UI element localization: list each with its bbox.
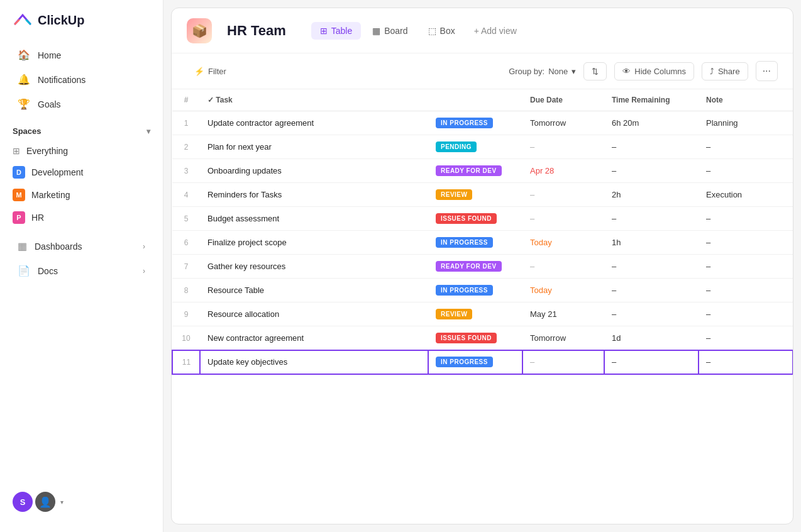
col-num: #: [172, 89, 200, 111]
row-task-name[interactable]: Finalize project scope: [200, 231, 428, 255]
table-row[interactable]: 9 Resource allocation REVIEW May 21 – –: [172, 302, 793, 326]
table-body: 1 Update contractor agreement IN PROGRES…: [172, 111, 793, 374]
row-time-remaining: –: [604, 350, 699, 374]
tab-box-label: Box: [440, 26, 455, 36]
col-note[interactable]: Note: [699, 89, 793, 111]
filter-icon: ⚡: [194, 67, 204, 76]
row-num: 10: [172, 326, 200, 350]
row-task-name[interactable]: Onboarding updates: [200, 159, 428, 183]
table-row[interactable]: 3 Onboarding updates READY FOR DEV Apr 2…: [172, 159, 793, 183]
row-time-remaining: 1d: [604, 326, 699, 350]
row-task-name[interactable]: Update contractor agreement: [200, 111, 428, 135]
status-badge: READY FOR DEV: [436, 165, 502, 176]
table-row[interactable]: 1 Update contractor agreement IN PROGRES…: [172, 111, 793, 135]
share-button[interactable]: ⤴ Share: [702, 62, 748, 80]
col-time-remaining[interactable]: Time Remaining: [604, 89, 699, 111]
col-due-date[interactable]: Due Date: [522, 89, 604, 111]
tab-table-label: Table: [331, 26, 352, 36]
row-note: –: [699, 326, 793, 350]
table-row[interactable]: 2 Plan for next year PENDING – – –: [172, 135, 793, 159]
sidebar-item-marketing[interactable]: M Marketing: [0, 184, 163, 206]
sort-button[interactable]: ⇅: [583, 62, 607, 80]
sidebar-item-notifications[interactable]: 🔔 Notifications: [5, 67, 158, 92]
table-row[interactable]: 10 New contractor agreement ISSUES FOUND…: [172, 326, 793, 350]
row-status: ISSUES FOUND: [428, 326, 522, 350]
row-due-date: –: [522, 183, 604, 207]
row-status: REVIEW: [428, 183, 522, 207]
board-tab-icon: ▦: [372, 26, 380, 36]
grid-icon: ⊞: [13, 146, 20, 156]
col-status: [428, 89, 522, 111]
row-due-date: May 21: [522, 302, 604, 326]
status-badge: ISSUES FOUND: [436, 213, 497, 224]
project-icon: 📦: [187, 18, 212, 43]
row-task-name[interactable]: Resource Table: [200, 279, 428, 302]
dashboards-chevron-icon: ›: [143, 242, 145, 251]
row-status: IN PROGRESS: [428, 111, 522, 135]
spaces-section-header[interactable]: Spaces ▾: [0, 116, 163, 141]
table-row[interactable]: 6 Finalize project scope IN PROGRESS Tod…: [172, 231, 793, 255]
row-status: IN PROGRESS: [428, 350, 522, 374]
sidebar: ClickUp 🏠 Home 🔔 Notifications 🏆 Goals S…: [0, 0, 163, 532]
sidebar-item-dashboards[interactable]: ▦ Dashboards ›: [5, 234, 158, 258]
eye-icon: 👁: [622, 67, 631, 76]
row-task-name[interactable]: Update key objectives: [200, 350, 428, 374]
row-task-name[interactable]: Gather key resources: [200, 255, 428, 279]
table-row[interactable]: 8 Resource Table IN PROGRESS Today – –: [172, 279, 793, 302]
marketing-label: Marketing: [31, 190, 70, 200]
row-num: 8: [172, 279, 200, 302]
sidebar-item-home-label: Home: [38, 50, 61, 60]
view-tabs: ⊞ Table ▦ Board ⬚ Box + Add view: [311, 22, 524, 40]
user-avatar-photo: 👤: [35, 492, 55, 512]
sidebar-item-everything[interactable]: ⊞ Everything: [0, 141, 163, 161]
row-num: 5: [172, 207, 200, 231]
row-task-name[interactable]: Reminders for Tasks: [200, 183, 428, 207]
row-due-date: –: [522, 255, 604, 279]
row-task-name[interactable]: New contractor agreement: [200, 326, 428, 350]
main-header: 📦 HR Team ⊞ Table ▦ Board ⬚ Box + Add vi…: [172, 8, 793, 53]
tab-board-label: Board: [384, 26, 407, 36]
hide-columns-button[interactable]: 👁 Hide Columns: [614, 62, 694, 80]
dashboards-label: Dashboards: [35, 241, 82, 252]
filter-button[interactable]: ⚡ Filter: [187, 63, 234, 80]
sidebar-item-docs[interactable]: 📄 Docs ›: [5, 258, 158, 283]
row-task-name[interactable]: Resource allocation: [200, 302, 428, 326]
bell-icon: 🔔: [18, 74, 30, 86]
row-task-name[interactable]: Plan for next year: [200, 135, 428, 159]
sidebar-item-goals[interactable]: 🏆 Goals: [5, 92, 158, 116]
trophy-icon: 🏆: [18, 98, 30, 110]
row-note: –: [699, 279, 793, 302]
table-row[interactable]: 4 Reminders for Tasks REVIEW – 2h Execut…: [172, 183, 793, 207]
row-note: –: [699, 135, 793, 159]
sidebar-item-home[interactable]: 🏠 Home: [5, 43, 158, 67]
row-note: Execution: [699, 183, 793, 207]
row-status: IN PROGRESS: [428, 231, 522, 255]
group-by-selector[interactable]: Group by: None ▾: [509, 67, 576, 76]
sidebar-footer: S 👤 ▾: [0, 482, 163, 522]
sidebar-item-hr[interactable]: P HR: [0, 206, 163, 229]
add-view-button[interactable]: + Add view: [467, 22, 524, 40]
row-time-remaining: –: [604, 302, 699, 326]
tab-board[interactable]: ▦ Board: [363, 22, 416, 40]
table-row[interactable]: 11 Update key objectives IN PROGRESS – –…: [172, 350, 793, 374]
row-num: 7: [172, 255, 200, 279]
tab-box[interactable]: ⬚ Box: [419, 22, 464, 40]
sort-icon: ⇅: [592, 67, 599, 76]
col-task[interactable]: ✓ Task: [200, 89, 428, 111]
table-tab-icon: ⊞: [320, 26, 328, 36]
row-note: –: [699, 231, 793, 255]
tab-table[interactable]: ⊞ Table: [311, 22, 361, 40]
row-task-name[interactable]: Budget assessment: [200, 207, 428, 231]
table-row[interactable]: 5 Budget assessment ISSUES FOUND – – –: [172, 207, 793, 231]
sidebar-item-development[interactable]: D Development: [0, 161, 163, 184]
docs-chevron-icon: ›: [143, 267, 145, 275]
more-options-button[interactable]: ···: [756, 61, 778, 81]
row-due-date: Tomorrow: [522, 111, 604, 135]
hr-avatar: P: [13, 211, 25, 224]
user-avatar-stack[interactable]: S 👤 ▾: [13, 492, 64, 512]
share-icon: ⤴: [710, 67, 714, 76]
row-num: 2: [172, 135, 200, 159]
user-avatar-initial: S: [13, 492, 33, 512]
row-status: ISSUES FOUND: [428, 207, 522, 231]
table-row[interactable]: 7 Gather key resources READY FOR DEV – –…: [172, 255, 793, 279]
